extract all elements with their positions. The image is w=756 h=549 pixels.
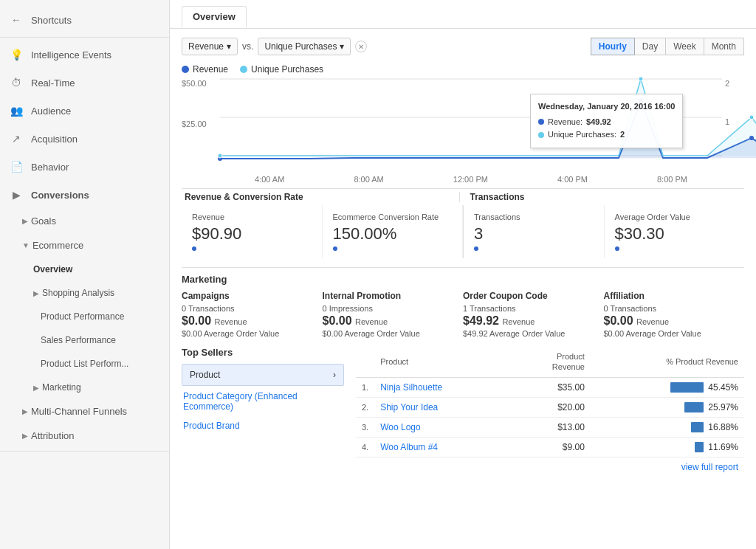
ecommerce-arrow-icon: ▼ (22, 241, 30, 249)
cell-product-name: Woo Album #4 (374, 437, 509, 457)
sidebar-item-product-perf[interactable]: Product Performance (0, 305, 169, 328)
chart-tooltip: Wednesday, January 20, 2016 16:00 Revenu… (530, 94, 683, 148)
time-buttons: Hourly Day Week Month (591, 38, 744, 55)
clear-comparison-button[interactable]: ✕ (355, 41, 367, 52)
product-link[interactable]: Woo Album #4 (380, 442, 438, 452)
col-rank (356, 347, 374, 377)
seller-chevron-icon: › (333, 370, 336, 380)
view-full-report-link[interactable]: view full report (681, 462, 738, 472)
metric2-select[interactable]: Unique Purchases ▾ (258, 38, 351, 55)
cell-percent: 45.45% (591, 377, 744, 397)
legend-revenue: Revenue (182, 64, 228, 75)
sidebar-item-intelligence[interactable]: 💡 Intelligence Events (0, 41, 169, 69)
x-label-4pm: 4:00 PM (557, 175, 588, 184)
product-link[interactable]: Ship Your Idea (380, 402, 438, 412)
transactions-section-header: Transactions (459, 192, 745, 202)
cell-rank: 4. (356, 437, 374, 457)
sidebar-item-conversions[interactable]: ▶ Conversions (0, 181, 169, 209)
seller-product-brand[interactable]: Product Brand (182, 416, 344, 435)
y-axis-left: $50.00 $25.00 (182, 79, 220, 175)
product-table: Product ProductRevenue % Product Revenue… (356, 347, 744, 477)
marketing-arrow-icon: ▶ (33, 384, 39, 392)
conversions-icon: ▶ (9, 187, 24, 202)
sidebar-item-overview[interactable]: Overview (0, 258, 169, 281)
col-percent: % Product Revenue (591, 347, 744, 377)
sidebar-item-behavior[interactable]: 📄 Behavior (0, 153, 169, 181)
table-row: 3. Woo Logo $13.00 16.88% (356, 417, 744, 437)
cell-revenue: $35.00 (509, 377, 591, 397)
x-label-4am: 4:00 AM (255, 175, 284, 184)
goals-arrow-icon: ▶ (22, 217, 28, 225)
sidebar-item-marketing[interactable]: ▶ Marketing (0, 376, 169, 399)
tooltip-purchases-icon (538, 132, 544, 138)
product-link[interactable]: Woo Logo (380, 422, 421, 432)
tab-overview[interactable]: Overview (182, 6, 247, 28)
sidebar-item-multichannel[interactable]: ▶ Multi-Channel Funnels (0, 399, 169, 424)
chart-wrapper: $50.00 $25.00 (182, 79, 744, 184)
acquisition-icon: ↗ (9, 131, 24, 146)
table-row: 1. Ninja Silhouette $35.00 45.45% (356, 377, 744, 397)
shopping-arrow-icon: ▶ (33, 289, 39, 297)
time-btn-day[interactable]: Day (634, 38, 666, 55)
table-row: 4. Woo Album #4 $9.00 11.69% (356, 437, 744, 457)
purchases-dot-0 (218, 153, 222, 158)
multichannel-arrow-icon: ▶ (22, 407, 28, 415)
sidebar-item-acquisition[interactable]: ↗ Acquisition (0, 125, 169, 153)
tooltip-revenue-value: $49.92 (586, 116, 611, 129)
cell-revenue: $20.00 (509, 397, 591, 417)
marketing-campaigns: Campaigns 0 Transactions $0.00 Revenue $… (182, 291, 323, 338)
metric1-select[interactable]: Revenue ▾ (182, 38, 238, 55)
stat-transactions-dot (474, 246, 478, 251)
shortcuts-icon: ← (9, 13, 24, 27)
realtime-icon: ⏱ (9, 75, 24, 90)
sidebar: ← Shortcuts 💡 Intelligence Events ⏱ Real… (0, 0, 170, 549)
sidebar-item-product-list[interactable]: Product List Perform... (0, 352, 169, 376)
x-axis: 4:00 AM 8:00 AM 12:00 PM 4:00 PM 8:00 PM (182, 175, 744, 184)
seller-product[interactable]: Product › (182, 364, 344, 386)
sidebar-item-attribution[interactable]: ▶ Attribution (0, 424, 169, 448)
tooltip-purchases-value: 2 (620, 128, 625, 142)
sidebar-item-audience[interactable]: 👥 Audience (0, 97, 169, 125)
time-btn-week[interactable]: Week (665, 38, 704, 55)
col-product: Product (374, 347, 509, 377)
tooltip-purchases-row: Unique Purchases: 2 (538, 128, 675, 142)
product-table-body: 1. Ninja Silhouette $35.00 45.45% 2. Shi… (356, 377, 744, 457)
seller-product-category[interactable]: Product Category (Enhanced Ecommerce) (182, 387, 344, 416)
cell-rank: 2. (356, 397, 374, 417)
tooltip-revenue-icon (538, 119, 544, 125)
sidebar-item-shopping[interactable]: ▶ Shopping Analysis (0, 281, 169, 305)
marketing-grid: Campaigns 0 Transactions $0.00 Revenue $… (182, 291, 744, 338)
controls-left: Revenue ▾ vs. Unique Purchases ▾ ✕ (182, 38, 367, 55)
top-sellers: Top Sellers Product › Product Category (… (182, 347, 344, 477)
sidebar-item-shortcuts[interactable]: ← Shortcuts (0, 6, 169, 34)
revenue-dot (182, 66, 189, 73)
purchases-dot-2 (749, 115, 754, 120)
sidebar-item-ecommerce[interactable]: ▼ Ecommerce (0, 233, 169, 258)
percent-bar (691, 422, 704, 432)
cell-product-name: Ninja Silhouette (374, 377, 509, 397)
tooltip-revenue-row: Revenue: $49.92 (538, 116, 675, 129)
stat-avg-order-dot (615, 246, 619, 251)
time-btn-hourly[interactable]: Hourly (591, 38, 635, 55)
cell-revenue: $13.00 (509, 417, 591, 437)
percent-bar (695, 442, 704, 452)
audience-icon: 👥 (9, 103, 24, 118)
marketing-section: Marketing Campaigns 0 Transactions $0.00… (182, 267, 744, 338)
time-btn-month[interactable]: Month (704, 38, 744, 55)
stat-revenue-dot (192, 246, 196, 251)
x-label-12pm: 12:00 PM (453, 175, 488, 184)
stat-conversion-rate: Ecommerce Conversion Rate 150.00% (323, 205, 464, 258)
col-revenue: ProductRevenue (509, 347, 591, 377)
sidebar-item-sales-perf[interactable]: Sales Performance (0, 328, 169, 352)
y-right-2: 2 (725, 79, 729, 88)
marketing-title: Marketing (182, 267, 744, 285)
main-content: Overview Revenue ▾ vs. Unique Purchases … (170, 0, 756, 549)
sidebar-item-realtime[interactable]: ⏱ Real-Time (0, 69, 169, 97)
percent-bar (684, 402, 704, 412)
product-link[interactable]: Ninja Silhouette (380, 382, 442, 393)
cell-rank: 3. (356, 417, 374, 437)
cell-rank: 1. (356, 377, 374, 397)
purchases-dot (240, 66, 247, 73)
stats-section-headers: Revenue & Conversion Rate Transactions (182, 188, 744, 202)
sidebar-item-goals[interactable]: ▶ Goals (0, 209, 169, 233)
